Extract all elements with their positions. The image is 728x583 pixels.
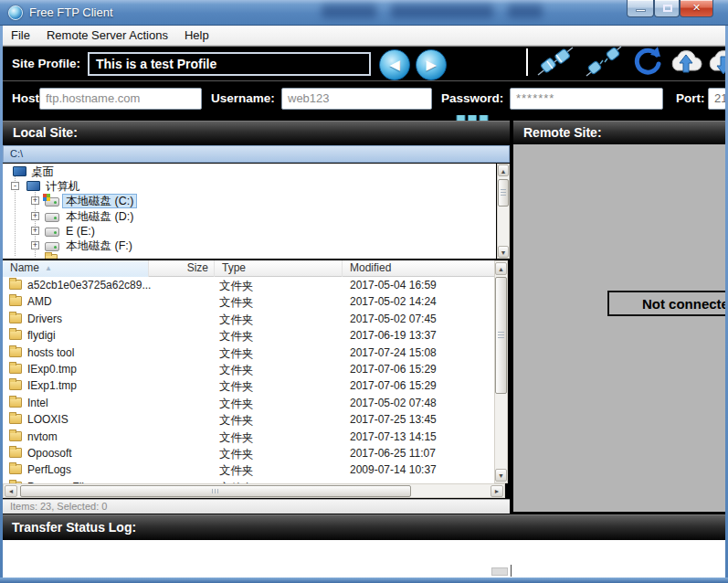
file-name: a52cb1e0e3725a62c89... — [27, 279, 151, 292]
file-row[interactable]: hosts tool文件夹2017-07-24 15:08 — [3, 344, 494, 361]
scroll-down-button[interactable]: ▼ — [498, 246, 509, 258]
close-icon: ✕ — [681, 2, 712, 14]
file-row[interactable]: LOOXIS文件夹2017-07-25 13:45 — [3, 411, 494, 428]
file-row[interactable]: Intel文件夹2017-05-02 07:48 — [3, 395, 494, 411]
port-label: Port: — [676, 91, 705, 105]
window-title: Free FTP Client — [29, 5, 113, 19]
transfer-log-area[interactable] — [3, 540, 725, 578]
file-modified: 2017-06-25 11:07 — [350, 447, 436, 460]
port-input[interactable]: 21 — [708, 88, 726, 110]
title-bar[interactable]: Free FTP Client — [0, 0, 728, 26]
menu-file[interactable]: File — [3, 26, 38, 44]
tree-item-drive-d[interactable]: + 本地磁盘 (D:) — [3, 209, 496, 224]
upload-button[interactable] — [668, 48, 704, 76]
scroll-down-button[interactable]: ▼ — [495, 469, 507, 482]
log-scroll-chip — [491, 567, 508, 576]
file-name: IExp1.tmp — [27, 379, 77, 392]
username-input[interactable]: web123 — [281, 88, 432, 110]
tree-vertical-scrollbar[interactable]: ▲ ▼ — [497, 164, 510, 259]
file-name: flydigi — [27, 329, 56, 342]
minimize-icon — [636, 9, 646, 12]
file-row[interactable]: IExp0.tmp文件夹2017-07-06 15:29 — [3, 361, 494, 377]
blurred-watermark — [508, 5, 543, 18]
minimize-button[interactable] — [627, 0, 654, 17]
scrollbar-thumb[interactable] — [20, 485, 411, 497]
file-row[interactable]: a52cb1e0e3725a62c89...文件夹2017-05-04 16:5… — [3, 277, 494, 293]
maximize-button[interactable] — [654, 0, 680, 17]
folder-icon — [9, 414, 22, 424]
local-path-bar[interactable]: C:\ — [3, 145, 510, 163]
expand-icon[interactable]: + — [31, 227, 39, 235]
file-row[interactable]: AMD文件夹2017-05-02 14:24 — [3, 293, 494, 310]
cloud-upload-icon — [668, 48, 704, 76]
window-border-bottom — [0, 578, 728, 583]
close-button[interactable]: ✕ — [680, 0, 713, 17]
tree-item-drive-e[interactable]: + E (E:) — [3, 224, 496, 238]
tree-item-drive-f[interactable]: + 本地磁盘 (F:) — [3, 238, 496, 253]
list-vertical-scrollbar[interactable]: ▲ ▼ — [494, 260, 508, 483]
tree-item-desktop[interactable]: 桌面 — [3, 164, 496, 179]
folder-icon — [45, 254, 58, 259]
forward-button[interactable]: ▶ — [416, 49, 447, 80]
column-header-name[interactable]: Name▲ — [3, 260, 149, 277]
refresh-icon — [632, 47, 663, 76]
column-header-type[interactable]: Type — [215, 260, 343, 277]
file-name: Opoosoft — [27, 447, 72, 460]
file-row[interactable]: Opoosoft文件夹2017-06-25 11:07 — [3, 445, 494, 461]
connect-button[interactable] — [534, 45, 576, 78]
column-header-size[interactable]: Size — [149, 260, 215, 277]
list-horizontal-scrollbar[interactable]: ◄ ► — [3, 483, 505, 498]
file-row[interactable]: nvtom文件夹2017-07-13 14:15 — [3, 429, 494, 445]
scrollbar-thumb[interactable] — [495, 277, 507, 394]
password-input[interactable]: ******* — [510, 88, 663, 110]
file-modified: 2017-07-06 15:29 — [350, 379, 437, 392]
text-caret — [511, 565, 512, 577]
tree-item-computer[interactable]: - 计算机 — [3, 179, 496, 194]
menu-remote-server-actions[interactable]: Remote Server Actions — [38, 26, 176, 44]
refresh-button[interactable] — [632, 47, 663, 76]
file-row[interactable]: flydigi文件夹2017-06-19 13:37 — [3, 327, 494, 344]
file-modified: 2017-06-19 13:37 — [350, 329, 437, 342]
menu-help[interactable]: Help — [176, 26, 217, 44]
username-label: Username: — [211, 91, 275, 105]
folder-icon — [9, 464, 22, 474]
arrow-left-icon: ◄ — [5, 486, 16, 497]
folder-icon — [9, 280, 22, 290]
file-row[interactable]: Drivers文件夹2017-05-02 07:45 — [3, 311, 494, 327]
scrollbar-thumb[interactable] — [498, 179, 509, 207]
tree-item-label: 本地磁盘 (D:) — [63, 209, 136, 224]
site-profile-input[interactable]: This is a test Profile — [88, 52, 371, 76]
toolbar-separator — [526, 48, 528, 76]
file-row[interactable]: PerfLogs文件夹2009-07-14 10:37 — [3, 461, 494, 478]
windows-flag-icon — [43, 194, 50, 201]
back-button[interactable]: ◀ — [379, 49, 410, 80]
remote-site-header: Remote Site: — [513, 121, 725, 144]
scroll-up-button[interactable]: ▲ — [498, 164, 509, 176]
scroll-up-button[interactable]: ▲ — [495, 262, 507, 275]
expand-icon[interactable]: + — [31, 196, 39, 205]
expand-icon[interactable]: + — [31, 212, 39, 220]
drive-icon — [45, 242, 59, 251]
scroll-left-button[interactable]: ◄ — [5, 485, 17, 497]
drive-icon — [45, 228, 59, 237]
scroll-right-button[interactable]: ► — [491, 485, 503, 497]
file-type: 文件夹 — [219, 430, 254, 446]
folder-icon — [9, 398, 22, 408]
file-name: Intel — [27, 397, 48, 409]
file-modified: 2017-07-25 13:45 — [350, 413, 437, 426]
drive-icon — [45, 213, 59, 222]
host-input[interactable]: ftp.hostname.com — [39, 88, 202, 110]
tree-item-drive-c[interactable]: + 本地磁盘 (C:) — [3, 194, 496, 208]
forward-arrow-icon: ▶ — [426, 57, 437, 72]
folder-icon — [9, 448, 22, 458]
folder-icon — [9, 380, 22, 390]
column-header-modified[interactable]: Modified — [343, 260, 494, 277]
expand-icon[interactable]: + — [31, 241, 39, 249]
file-modified: 2017-05-04 16:59 — [350, 279, 437, 292]
local-status-bar: Items: 23, Selected: 0 — [3, 499, 510, 514]
tree-item-label-selected: 本地磁盘 (C:) — [62, 194, 137, 208]
collapse-icon[interactable]: - — [11, 182, 19, 190]
file-type: 文件夹 — [219, 397, 254, 412]
file-row[interactable]: IExp1.tmp文件夹2017-07-06 15:29 — [3, 377, 494, 394]
disconnect-button[interactable] — [585, 45, 623, 78]
